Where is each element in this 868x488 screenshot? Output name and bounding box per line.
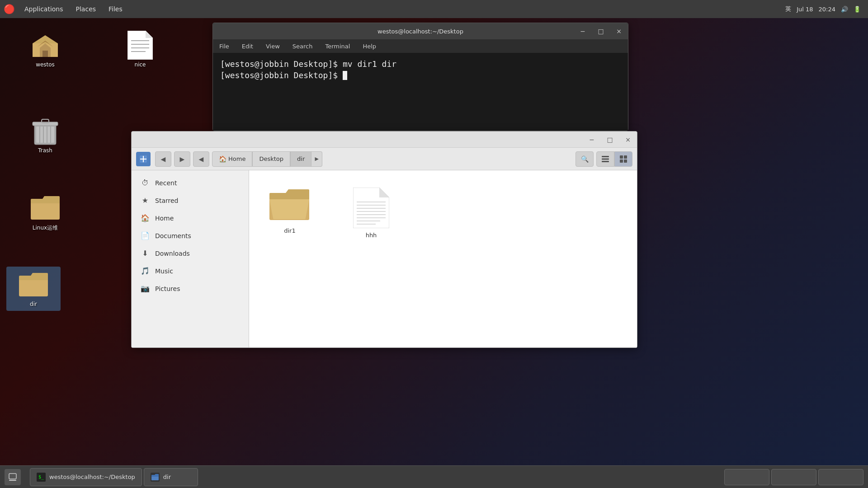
desktop-icon-trash-label: Trash — [38, 147, 52, 154]
terminal-line-2: [westos@jobbin Desktop]$ — [220, 70, 621, 81]
taskbar: $_ westos@localhost:~/Desktop dir — [0, 465, 868, 488]
sidebar-item-documents[interactable]: 📄 Documents — [132, 227, 249, 244]
fm-path-dir[interactable]: dir — [290, 151, 311, 167]
terminal-menu-file[interactable]: File — [213, 39, 236, 53]
fm-close-button[interactable]: × — [619, 131, 637, 148]
star-icon: ★ — [141, 196, 150, 205]
svg-rect-30 — [620, 160, 623, 163]
sidebar-item-pictures[interactable]: 📷 Pictures — [132, 280, 249, 297]
filemanager-window: − □ × ◀ ▶ ◀ 🏠 Home Desktop dir ▶ — [131, 131, 637, 348]
desktop-icon-linux-label: Linux运维 — [33, 224, 58, 232]
time-display: 20:24 — [819, 6, 835, 13]
home-icon: 🏠 — [219, 155, 226, 163]
clock-icon: ⏱ — [141, 178, 150, 187]
terminal-controls: − □ × — [574, 23, 628, 39]
app-logo: 🔴 — [0, 0, 18, 18]
svg-rect-27 — [602, 161, 609, 162]
sidebar-item-music[interactable]: 🎵 Music — [132, 262, 249, 280]
fm-file-hhh[interactable]: hhh — [344, 184, 398, 242]
fm-path-home[interactable]: 🏠 Home — [212, 151, 252, 167]
terminal-cursor — [343, 71, 347, 80]
terminal-titlebar: westos@localhost:~/Desktop − □ × — [213, 23, 628, 39]
fm-back-button[interactable]: ◀ — [155, 151, 171, 167]
sidebar-item-downloads[interactable]: ⬇ Downloads — [132, 244, 249, 262]
trash-icon — [31, 117, 60, 145]
svg-rect-28 — [620, 155, 623, 159]
sidebar-item-home[interactable]: 🏠 Home — [132, 209, 249, 227]
camera-icon: 📷 — [141, 284, 150, 293]
menu-places[interactable]: Places — [70, 0, 103, 18]
svg-rect-25 — [602, 156, 609, 157]
svg-rect-26 — [602, 158, 609, 160]
svg-marker-34 — [379, 188, 389, 197]
terminal-close-button[interactable]: × — [610, 23, 628, 39]
fm-controls: − □ × — [583, 131, 637, 148]
desktop-icon-westos-label: westos — [36, 61, 55, 68]
menubar-right: 英 Jul 18 20:24 🔊 🔋 — [785, 5, 868, 13]
volume-icon[interactable]: 🔊 — [841, 6, 848, 13]
terminal-window: westos@localhost:~/Desktop − □ × File Ed… — [212, 23, 628, 131]
taskbar-right — [720, 469, 868, 485]
taskbar-right-btn-2[interactable] — [771, 469, 816, 485]
linux-folder-icon — [31, 193, 60, 222]
desktop-icon-dir-label: dir — [30, 301, 37, 307]
show-desktop-button[interactable] — [5, 469, 21, 485]
desktop-icon-westos[interactable]: westos — [18, 27, 72, 71]
terminal-menu-terminal[interactable]: Terminal — [319, 39, 356, 53]
sidebar-item-recent[interactable]: ⏱ Recent — [132, 174, 249, 192]
svg-rect-13 — [36, 127, 54, 143]
desktop-icon-trash[interactable]: Trash — [18, 113, 72, 157]
date-display: Jul 18 — [797, 6, 813, 13]
fm-path-expand[interactable]: ▶ — [311, 151, 322, 167]
fm-emblem — [136, 152, 151, 166]
taskbar-item-dir[interactable]: dir — [144, 468, 198, 486]
fm-content: dir1 hhh — [249, 170, 637, 347]
fm-minimize-button[interactable]: − — [583, 131, 601, 148]
fm-titlebar: − □ × — [132, 131, 637, 148]
fm-body: ⏱ Recent ★ Starred 🏠 Home 📄 Documents ⬇ … — [132, 170, 637, 347]
sidebar-item-starred[interactable]: ★ Starred — [132, 192, 249, 209]
text-file-icon — [126, 31, 155, 60]
dir-taskbar-icon — [151, 473, 160, 482]
taskbar-items: $_ westos@localhost:~/Desktop dir — [25, 468, 203, 486]
fm-forward-button[interactable]: ▶ — [174, 151, 190, 167]
svg-rect-29 — [624, 155, 627, 159]
taskbar-item-terminal[interactable]: $_ westos@localhost:~/Desktop — [30, 468, 142, 486]
desktop-icon-dir[interactable]: dir — [6, 267, 61, 311]
fm-maximize-button[interactable]: □ — [601, 131, 619, 148]
svg-rect-31 — [624, 160, 627, 163]
terminal-menu-help[interactable]: Help — [356, 39, 382, 53]
terminal-minimize-button[interactable]: − — [574, 23, 592, 39]
fm-list-view-button[interactable] — [596, 151, 614, 167]
terminal-maximize-button[interactable]: □ — [592, 23, 610, 39]
desktop-icon-nice-label: nice — [135, 61, 146, 68]
fm-breadcrumb: 🏠 Home Desktop dir ▶ — [212, 151, 391, 167]
language-indicator[interactable]: 英 — [785, 5, 791, 13]
menubar: 🔴 Applications Places Files 英 Jul 18 20:… — [0, 0, 868, 18]
terminal-menu-edit[interactable]: Edit — [236, 39, 259, 53]
fm-file-hhh-label: hhh — [366, 232, 377, 239]
taskbar-right-btn-3[interactable] — [818, 469, 863, 485]
terminal-menu-search[interactable]: Search — [286, 39, 319, 53]
svg-rect-44 — [9, 480, 16, 481]
svg-rect-43 — [9, 474, 16, 479]
desktop-icon-linux[interactable]: Linux运维 — [18, 190, 72, 235]
fm-grid-view-button[interactable] — [614, 151, 632, 167]
fm-file-dir1[interactable]: dir1 — [263, 184, 317, 238]
fm-toolbar: ◀ ▶ ◀ 🏠 Home Desktop dir ▶ 🔍 — [132, 148, 637, 170]
svg-rect-24 — [143, 156, 144, 162]
terminal-body[interactable]: [westos@jobbin Desktop]$ mv dir1 dir [we… — [213, 53, 628, 131]
menu-files[interactable]: Files — [102, 0, 129, 18]
fm-parent-button[interactable]: ◀ — [193, 151, 209, 167]
terminal-menu-view[interactable]: View — [259, 39, 286, 53]
documents-icon: 📄 — [141, 231, 150, 240]
taskbar-right-btn-1[interactable] — [724, 469, 769, 485]
menu-applications[interactable]: Applications — [18, 0, 70, 18]
terminal-line-1: [westos@jobbin Desktop]$ mv dir1 dir — [220, 58, 621, 70]
battery-icon: 🔋 — [854, 6, 861, 13]
fm-sidebar: ⏱ Recent ★ Starred 🏠 Home 📄 Documents ⬇ … — [132, 170, 249, 347]
fm-path-desktop[interactable]: Desktop — [252, 151, 290, 167]
desktop-icon-nice[interactable]: nice — [113, 27, 167, 71]
fm-search-button[interactable]: 🔍 — [576, 151, 594, 167]
svg-rect-4 — [42, 51, 48, 57]
